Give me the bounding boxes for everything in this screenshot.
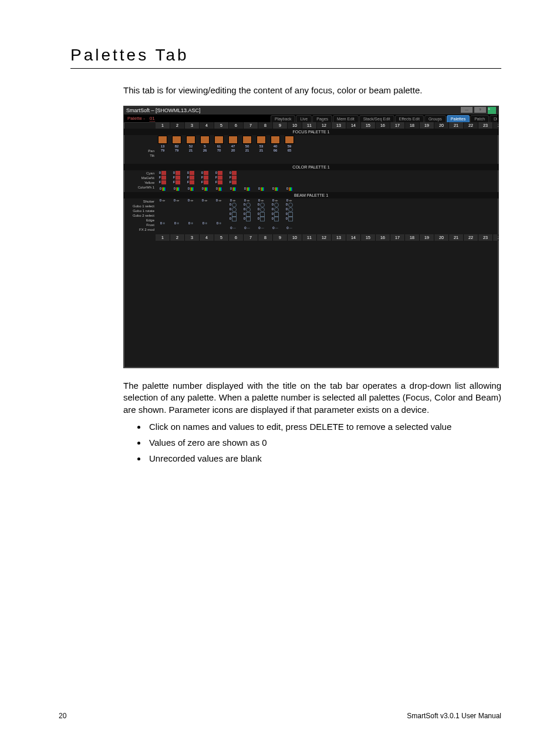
beam-value[interactable]: 0 xyxy=(244,207,245,212)
channel-header-1[interactable]: 1 xyxy=(156,122,170,129)
colorwh-value[interactable]: 0 xyxy=(230,187,232,191)
color-col-4[interactable]: 0FF xyxy=(198,170,212,184)
channel-header-17[interactable]: 17 xyxy=(390,122,405,129)
channel-header-16[interactable]: 16 xyxy=(376,122,390,129)
color-value[interactable]: F xyxy=(159,176,161,180)
focus-col-1[interactable]: 1379 xyxy=(156,135,170,153)
channel-header-2[interactable]: 2 xyxy=(170,122,185,129)
focus-value[interactable]: 82 xyxy=(175,144,179,149)
color-value[interactable]: F xyxy=(215,176,218,180)
colorwh-value[interactable]: 0 xyxy=(216,187,218,191)
focus-col-3[interactable]: 5221 xyxy=(184,135,198,153)
color-value[interactable]: 0 xyxy=(187,171,189,175)
fx2-value[interactable]: 0 xyxy=(286,226,288,230)
shutter-value[interactable]: 0 xyxy=(202,198,204,203)
channel-header-15[interactable]: 15 xyxy=(361,234,376,241)
tab-patch[interactable]: Patch xyxy=(470,115,489,122)
focus-col-4[interactable]: 526 xyxy=(198,135,212,153)
fx2-value[interactable]: 0 xyxy=(244,226,246,230)
tab-live[interactable]: Live xyxy=(296,115,312,122)
channel-header-8[interactable]: 8 xyxy=(258,122,273,129)
channel-header-14[interactable]: 14 xyxy=(346,234,361,241)
channel-header-23[interactable]: 23 xyxy=(478,234,493,241)
channel-header-18[interactable]: 18 xyxy=(405,234,420,241)
channel-header-19[interactable]: 19 xyxy=(420,122,434,129)
focus-value[interactable]: 52 xyxy=(189,144,193,149)
channel-header-8[interactable]: 8 xyxy=(258,234,273,241)
focus-value[interactable]: 26 xyxy=(203,149,207,153)
focus-value[interactable]: 13 xyxy=(161,144,165,149)
channel-header-3[interactable]: 3 xyxy=(185,122,200,129)
channel-header-6[interactable]: 6 xyxy=(229,122,244,129)
colorwh-value[interactable]: 0 xyxy=(160,187,161,191)
focus-col-7[interactable]: 5021 xyxy=(240,135,254,153)
focus-col-8[interactable]: 5321 xyxy=(254,135,268,153)
focus-col-2[interactable]: 8279 xyxy=(170,135,184,153)
beam-col-10[interactable]: 0◂▸00000— xyxy=(282,198,296,230)
beam-value[interactable]: 0 xyxy=(272,203,274,207)
focus-col-9[interactable]: 4066 xyxy=(268,135,282,153)
beam-col-8[interactable]: 0◂▸00000— xyxy=(254,198,268,230)
color-col-5[interactable]: 0FF xyxy=(212,170,226,184)
channel-header-12[interactable]: 12 xyxy=(317,122,332,129)
focus-value[interactable]: 50 xyxy=(245,144,249,149)
focus-value[interactable]: 40 xyxy=(274,144,278,149)
beam-col-5[interactable]: 0◂▸0❄ xyxy=(212,198,226,230)
focus-value[interactable]: 5 xyxy=(204,144,205,149)
window-minimize-button[interactable]: — xyxy=(461,107,473,113)
tab-stack-seq-edit[interactable]: Stack/Seq Edit xyxy=(359,115,394,122)
focus-value[interactable]: 79 xyxy=(161,149,165,153)
color-col-10[interactable] xyxy=(282,170,296,184)
frost-value[interactable]: 0 xyxy=(188,221,190,226)
focus-value[interactable]: 21 xyxy=(189,149,193,153)
beam-value[interactable]: 0 xyxy=(230,203,231,207)
color-col-6[interactable]: 0FF xyxy=(226,170,240,184)
frost-value[interactable]: 0 xyxy=(160,221,162,226)
beam-value[interactable]: 0 xyxy=(258,212,259,217)
beam-col-1[interactable]: 0◂▸0❄ xyxy=(156,198,170,230)
color-grid[interactable]: 0FF0FF0FF0FF0FF0FF xyxy=(156,170,296,184)
channel-header-9[interactable]: 9 xyxy=(273,234,288,241)
channel-header-19[interactable]: 19 xyxy=(420,234,434,241)
window-close-button[interactable]: × xyxy=(488,107,496,114)
color-value[interactable]: F xyxy=(230,180,232,184)
beam-col-4[interactable]: 0◂▸0❄ xyxy=(198,198,212,230)
colorwh-value[interactable]: 0 xyxy=(258,187,260,191)
shutter-value[interactable]: 0 xyxy=(244,198,246,203)
beam-col-9[interactable]: 0◂▸00000— xyxy=(268,198,282,230)
color-value[interactable]: F xyxy=(230,176,232,180)
channel-header-3[interactable]: 3 xyxy=(185,234,200,241)
color-col-9[interactable] xyxy=(268,170,282,184)
beam-value[interactable]: 0 xyxy=(286,217,288,221)
beam-value[interactable]: 0 xyxy=(244,217,245,221)
channel-header-23[interactable]: 23 xyxy=(478,122,493,129)
color-value[interactable]: F xyxy=(215,180,218,184)
beam-value[interactable]: 0 xyxy=(272,207,274,212)
frost-value[interactable]: 0 xyxy=(174,221,176,226)
tab-palettes[interactable]: Palettes xyxy=(447,115,470,122)
channel-header-24[interactable]: 24 xyxy=(493,234,499,241)
beam-value[interactable]: 0 xyxy=(272,212,274,217)
color-value[interactable]: 0 xyxy=(159,171,161,175)
channel-header-14[interactable]: 14 xyxy=(346,122,361,129)
tab-effects-edit[interactable]: Effects Edit xyxy=(395,115,424,122)
color-value[interactable]: 0 xyxy=(215,171,217,175)
beam-col-6[interactable]: 0◂▸00000— xyxy=(226,198,240,230)
channel-header-13[interactable]: 13 xyxy=(332,234,346,241)
channel-header-4[interactable]: 4 xyxy=(200,234,214,241)
beam-value[interactable]: 0 xyxy=(258,217,259,221)
color-col-7[interactable] xyxy=(240,170,254,184)
color-value[interactable]: F xyxy=(159,180,161,184)
beam-value[interactable]: 0 xyxy=(230,217,231,221)
channel-header-22[interactable]: 22 xyxy=(464,234,478,241)
color-value[interactable]: F xyxy=(173,180,176,184)
colorwh-value[interactable]: 0 xyxy=(188,187,190,191)
color-value[interactable]: 0 xyxy=(173,171,175,175)
color-value[interactable]: F xyxy=(187,176,190,180)
color-value[interactable]: F xyxy=(201,176,204,180)
channel-header-21[interactable]: 21 xyxy=(449,122,464,129)
shutter-value[interactable]: 0 xyxy=(258,198,260,203)
fx2-value[interactable]: 0 xyxy=(272,226,274,230)
channel-header-7[interactable]: 7 xyxy=(244,234,258,241)
focus-value[interactable]: 53 xyxy=(259,144,264,149)
